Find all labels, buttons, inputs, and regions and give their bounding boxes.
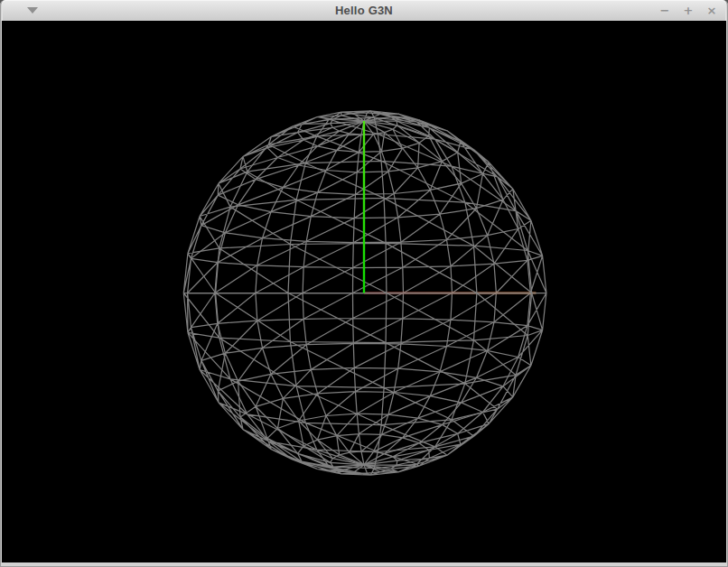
maximize-button[interactable]: +: [682, 0, 695, 21]
wireframe-sphere-canvas: [2, 21, 726, 562]
gl-viewport[interactable]: [2, 21, 726, 562]
titlebar[interactable]: Hello G3N − + ×: [2, 0, 726, 21]
minimize-button[interactable]: −: [658, 0, 671, 21]
app-window: Hello G3N − + ×: [0, 0, 728, 567]
close-button[interactable]: ×: [705, 0, 718, 21]
window-title: Hello G3N: [2, 4, 726, 17]
window-controls: − + ×: [658, 0, 718, 21]
